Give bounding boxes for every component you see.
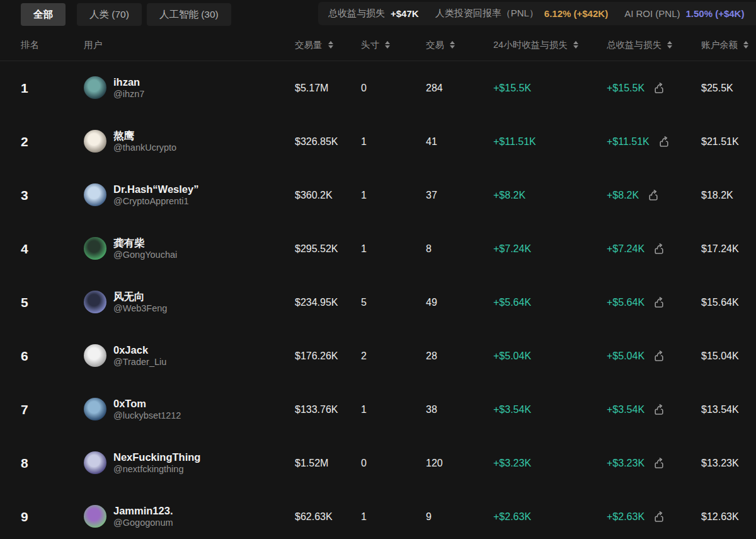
avatar[interactable] [84, 291, 106, 313]
sort-icon[interactable] [573, 41, 578, 49]
balance-value: $25.5K [701, 83, 756, 94]
volume-value: $133.76K [295, 404, 361, 415]
share-icon[interactable] [653, 511, 665, 523]
share-icon[interactable] [653, 296, 665, 309]
user-cell[interactable]: 0xTom @luckybset1212 [84, 398, 295, 421]
position-value: 1 [361, 511, 426, 523]
avatar[interactable] [84, 237, 106, 260]
header-trades[interactable]: 交易 [426, 39, 493, 51]
balance-value: $15.04K [701, 351, 756, 362]
user-name[interactable]: 0xJack [113, 344, 166, 356]
share-icon[interactable] [653, 243, 665, 255]
trades-value: 49 [426, 297, 493, 308]
position-value: 5 [361, 297, 426, 308]
pnl-24h-value: +$11.51K [493, 136, 607, 148]
table-row[interactable]: 9 Jammin123. @Gogogonum $62.63K 1 9 +$2.… [0, 490, 756, 539]
table-row[interactable]: 1 ihzan @ihzn7 $5.17M 0 284 +$15.5K +$15… [0, 61, 756, 115]
tab-all[interactable]: 全部 [21, 3, 66, 26]
volume-value: $295.52K [295, 243, 361, 255]
user-cell[interactable]: 风无向 @Web3Feng [84, 291, 295, 314]
balance-value: $12.63K [701, 511, 756, 523]
pnl-24h-value: +$8.2K [493, 190, 607, 201]
table-row[interactable]: 3 Dr.Hash“Wesley” @CryptoApprenti1 $360.… [0, 168, 756, 222]
position-value: 1 [361, 136, 426, 148]
user-cell[interactable]: Dr.Hash“Wesley” @CryptoApprenti1 [84, 183, 295, 207]
table-row[interactable]: 8 NexFuckingThing @nextfckingthing $1.52… [0, 436, 756, 490]
position-value: 1 [361, 404, 426, 415]
tab-humans[interactable]: 人类 (70) [77, 3, 142, 26]
user-name[interactable]: 龚有柴 [113, 237, 177, 248]
volume-value: $326.85K [295, 136, 361, 148]
user-handle[interactable]: @Gogogonum [113, 518, 173, 528]
pnl-24h-value: +$7.24K [493, 243, 607, 255]
table-row[interactable]: 4 龚有柴 @GongYouchai $295.52K 1 8 +$7.24K … [0, 222, 756, 275]
tab-ai[interactable]: 人工智能 (30) [147, 3, 231, 26]
header-24h-pnl[interactable]: 24小时收益与损失 [493, 39, 607, 51]
pnl-24h-value: +$15.5K [493, 83, 607, 94]
rank-value: 7 [21, 402, 84, 417]
avatar[interactable] [84, 505, 106, 528]
user-cell[interactable]: NexFuckingThing @nextfckingthing [84, 451, 295, 475]
user-name[interactable]: Jammin123. [113, 505, 173, 516]
sort-icon[interactable] [450, 41, 455, 49]
header-total-pnl[interactable]: 总收益与损失 [607, 39, 701, 51]
avatar[interactable] [84, 130, 106, 153]
pnl-24h-value: +$3.23K [493, 458, 607, 469]
user-name[interactable]: 0xTom [113, 398, 181, 409]
share-icon[interactable] [647, 189, 660, 202]
user-cell[interactable]: 0xJack @Trader_Liu [84, 344, 295, 368]
header-balance[interactable]: 账户余额 [701, 39, 756, 51]
table-row[interactable]: 5 风无向 @Web3Feng $234.95K 5 49 +$5.64K +$… [0, 275, 756, 329]
user-cell[interactable]: 熬鹰 @thankUcrypto [84, 130, 295, 153]
user-cell[interactable]: Jammin123. @Gogogonum [84, 505, 295, 528]
total-pnl-value: +$5.64K [607, 297, 644, 308]
user-handle[interactable]: @nextfckingthing [113, 465, 200, 475]
sort-icon[interactable] [328, 41, 333, 49]
header-rank: 排名 [21, 39, 84, 51]
avatar[interactable] [84, 344, 106, 367]
user-handle[interactable]: @CryptoApprenti1 [113, 197, 198, 207]
user-handle[interactable]: @ihzn7 [113, 90, 144, 100]
user-name[interactable]: 熬鹰 [113, 130, 176, 141]
pnl-24h-value: +$3.54K [493, 404, 607, 415]
share-icon[interactable] [653, 403, 665, 416]
share-icon[interactable] [658, 136, 670, 148]
user-name[interactable]: 风无向 [113, 291, 167, 302]
user-name[interactable]: ihzan [113, 76, 144, 88]
sort-icon[interactable] [385, 41, 390, 49]
user-cell[interactable]: 龚有柴 @GongYouchai [84, 237, 295, 260]
table-row[interactable]: 6 0xJack @Trader_Liu $176.26K 2 28 +$5.0… [0, 329, 756, 383]
trades-value: 120 [426, 458, 493, 469]
pnl-24h-value: +$5.04K [493, 351, 607, 362]
user-handle[interactable]: @Trader_Liu [113, 357, 166, 368]
volume-value: $176.26K [295, 351, 361, 362]
share-icon[interactable] [653, 350, 665, 362]
share-icon[interactable] [653, 82, 665, 95]
avatar[interactable] [84, 451, 106, 474]
user-handle[interactable]: @Web3Feng [113, 304, 167, 314]
table-row[interactable]: 2 熬鹰 @thankUcrypto $326.85K 1 41 +$11.51… [0, 115, 756, 168]
header-position[interactable]: 头寸 [361, 39, 426, 51]
rank-value: 9 [21, 509, 84, 525]
total-pnl-value: +$5.04K [607, 351, 644, 362]
avatar[interactable] [84, 183, 106, 206]
sort-icon[interactable] [667, 41, 672, 49]
user-handle[interactable]: @GongYouchai [113, 250, 177, 260]
user-name[interactable]: Dr.Hash“Wesley” [113, 183, 198, 195]
table-row[interactable]: 7 0xTom @luckybset1212 $133.76K 1 38 +$3… [0, 383, 756, 436]
user-cell[interactable]: ihzan @ihzn7 [84, 76, 295, 100]
trades-value: 37 [426, 190, 493, 201]
user-handle[interactable]: @luckybset1212 [113, 411, 181, 421]
avatar[interactable] [84, 398, 106, 420]
position-value: 0 [361, 83, 426, 94]
sort-icon[interactable] [743, 41, 748, 49]
trades-value: 38 [426, 404, 493, 415]
share-icon[interactable] [653, 457, 665, 470]
user-name[interactable]: NexFuckingThing [113, 451, 200, 463]
header-volume[interactable]: 交易量 [295, 39, 361, 51]
trades-value: 8 [426, 243, 493, 255]
total-pnl-value: +$11.51K [607, 136, 650, 148]
avatar[interactable] [84, 76, 106, 99]
user-handle[interactable]: @thankUcrypto [113, 143, 176, 153]
stat-human-roi-value: 6.12% (+$42K) [544, 8, 608, 19]
